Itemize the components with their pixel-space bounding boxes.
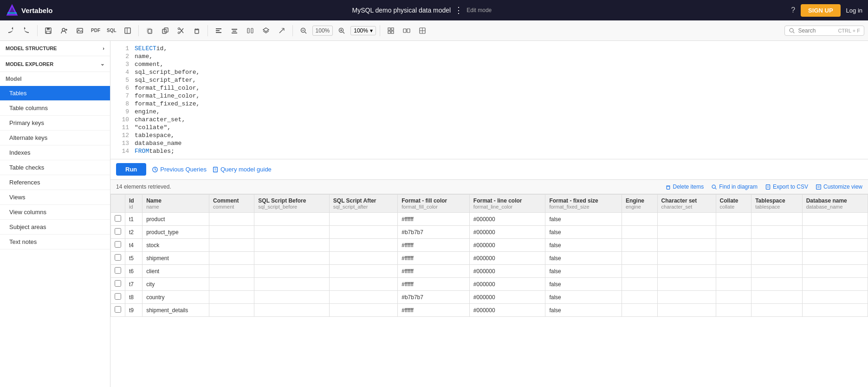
menu-dots[interactable]: ⋮ bbox=[454, 5, 463, 15]
panel-button[interactable] bbox=[121, 25, 135, 37]
row-checkbox[interactable] bbox=[115, 280, 121, 287]
search-icon bbox=[789, 27, 795, 34]
model-structure-header[interactable]: MODEL STRUCTURE › bbox=[0, 41, 110, 56]
sql-button[interactable]: SQL bbox=[104, 26, 119, 34]
add-person-button[interactable] bbox=[57, 25, 71, 37]
table-cell: #000000 bbox=[469, 265, 545, 278]
sidebar-item-tables[interactable]: Tables bbox=[0, 86, 110, 101]
table-cell bbox=[716, 239, 751, 252]
table-cell bbox=[329, 213, 397, 226]
zoom-out-button[interactable] bbox=[297, 25, 311, 37]
code-text: format_fill_color, bbox=[135, 85, 200, 92]
row-checkbox[interactable] bbox=[115, 306, 121, 313]
find-in-diagram-label: Find in diagram bbox=[719, 184, 758, 190]
row-checkbox-cell bbox=[111, 304, 125, 317]
expand-button[interactable] bbox=[415, 25, 429, 37]
expand-icon bbox=[419, 27, 426, 34]
col-header: Format - line colorformat_line_color bbox=[469, 195, 545, 213]
fit-button[interactable] bbox=[400, 25, 414, 37]
svg-line-40 bbox=[343, 32, 344, 33]
login-button[interactable]: Log in bbox=[846, 7, 862, 14]
sidebar-item-views[interactable]: Views bbox=[0, 190, 110, 205]
delete-items-button[interactable]: Delete items bbox=[665, 184, 704, 190]
table-cell bbox=[802, 278, 868, 291]
svg-rect-21 bbox=[195, 30, 199, 33]
code-line: 6 format_fill_color, bbox=[110, 84, 868, 92]
table-cell: #b7b7b7 bbox=[398, 291, 470, 304]
svg-rect-62 bbox=[766, 184, 770, 189]
customize-view-button[interactable]: Customize view bbox=[816, 184, 862, 190]
table-cell bbox=[716, 213, 751, 226]
align-left-button[interactable] bbox=[212, 25, 226, 37]
table-cell: t9 bbox=[125, 304, 143, 317]
delete-button[interactable] bbox=[190, 25, 204, 37]
zoom-dropdown[interactable]: 100% ▾ bbox=[350, 26, 376, 35]
find-in-diagram-button[interactable]: Find in diagram bbox=[711, 184, 758, 190]
zoom-reset-button[interactable]: 100% bbox=[312, 26, 333, 36]
save-button[interactable] bbox=[41, 25, 55, 37]
undo-button[interactable] bbox=[4, 25, 18, 37]
query-guide-link[interactable]: Query model guide bbox=[212, 166, 272, 173]
col-header: Idid bbox=[125, 195, 143, 213]
sidebar-item-subject-areas[interactable]: Subject areas bbox=[0, 220, 110, 235]
row-checkbox[interactable] bbox=[115, 293, 121, 300]
copy-button[interactable] bbox=[143, 25, 156, 37]
row-checkbox[interactable] bbox=[115, 241, 121, 248]
sidebar-item-indexes[interactable]: Indexes bbox=[0, 145, 110, 160]
code-editor[interactable]: 1SELECT id,2 name,3 comment,4 sql_script… bbox=[110, 41, 868, 159]
align-center-button[interactable] bbox=[227, 25, 241, 37]
svg-rect-42 bbox=[391, 28, 394, 30]
image-button[interactable] bbox=[73, 25, 87, 37]
zoom-in-button[interactable] bbox=[335, 25, 349, 37]
duplicate-button[interactable] bbox=[158, 25, 172, 37]
model-explorer-header[interactable]: MODEL EXPLORER ⌄ bbox=[0, 56, 110, 72]
table-row: t7city#ffffff#000000false bbox=[111, 278, 868, 291]
col-header: SQL Script Beforesql_script_before bbox=[254, 195, 329, 213]
sidebar-item-table-checks[interactable]: Table checks bbox=[0, 160, 110, 175]
table-cell: t4 bbox=[125, 239, 143, 252]
clock-icon bbox=[152, 166, 158, 173]
row-checkbox[interactable] bbox=[115, 254, 121, 261]
line-number: 8 bbox=[116, 100, 129, 107]
sidebar-item-references[interactable]: References bbox=[0, 175, 110, 190]
row-checkbox[interactable] bbox=[115, 267, 121, 274]
sidebar-item-text-notes[interactable]: Text notes bbox=[0, 235, 110, 249]
nav-center: MySQL demo physical data model ⋮ Edit mo… bbox=[352, 5, 492, 15]
row-checkbox[interactable] bbox=[115, 228, 121, 235]
table-cell bbox=[802, 265, 868, 278]
svg-point-50 bbox=[790, 28, 794, 32]
search-input[interactable] bbox=[798, 27, 835, 34]
grid-button[interactable] bbox=[384, 25, 398, 37]
table-cell: false bbox=[545, 278, 622, 291]
connector-button[interactable] bbox=[275, 25, 289, 37]
row-checkbox-cell bbox=[111, 265, 125, 278]
previous-queries-link[interactable]: Previous Queries bbox=[152, 166, 207, 173]
pdf-button[interactable]: PDF bbox=[89, 26, 103, 34]
table-cell: #ffffff bbox=[398, 213, 470, 226]
cut-button[interactable] bbox=[174, 25, 188, 37]
svg-rect-32 bbox=[251, 28, 253, 33]
divider-3 bbox=[207, 25, 208, 36]
export-csv-button[interactable]: Export to CSV bbox=[765, 184, 808, 190]
sidebar-item-table-columns[interactable]: Table columns bbox=[0, 101, 110, 116]
table-cell bbox=[716, 304, 751, 317]
redo-button[interactable] bbox=[19, 25, 33, 37]
table-cell: #000000 bbox=[469, 278, 545, 291]
row-checkbox[interactable] bbox=[115, 215, 121, 222]
table-cell bbox=[622, 252, 657, 265]
line-number: 11 bbox=[116, 124, 129, 131]
layers-button[interactable] bbox=[259, 25, 273, 37]
search-shortcut: CTRL + F bbox=[838, 28, 860, 33]
sidebar-item-view-columns[interactable]: View columns bbox=[0, 205, 110, 220]
distribute-button[interactable] bbox=[243, 25, 257, 37]
table-cell bbox=[254, 213, 329, 226]
fit-icon bbox=[403, 27, 410, 34]
sidebar-item-alternate-keys[interactable]: Alternate keys bbox=[0, 131, 110, 145]
run-button[interactable]: Run bbox=[116, 163, 146, 176]
code-text: character_set, bbox=[135, 116, 185, 123]
help-icon[interactable]: ? bbox=[791, 6, 795, 14]
delete-items-label: Delete items bbox=[673, 184, 704, 190]
signup-button[interactable]: SIGN UP bbox=[801, 4, 840, 17]
sidebar-item-primary-keys[interactable]: Primary keys bbox=[0, 116, 110, 131]
sidebar-item-primary-keys-label: Primary keys bbox=[9, 119, 44, 126]
